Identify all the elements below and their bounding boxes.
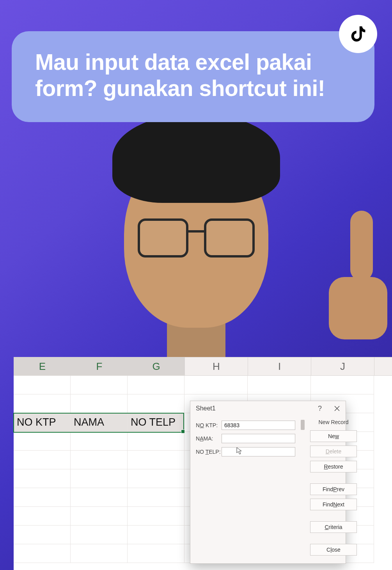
col-header-e[interactable]: E — [14, 357, 71, 375]
cell[interactable] — [128, 507, 184, 526]
caption-text: Mau input data excel pakai form? gunakan… — [35, 50, 325, 101]
cell[interactable] — [128, 469, 184, 488]
dialog-help-button[interactable]: ? — [311, 401, 328, 416]
cell[interactable] — [71, 488, 128, 507]
cell[interactable] — [128, 432, 184, 451]
cell[interactable] — [71, 432, 128, 451]
restore-button[interactable]: Restore — [310, 461, 357, 472]
cell[interactable] — [14, 432, 71, 451]
cell[interactable] — [311, 376, 374, 394]
cell[interactable] — [184, 376, 248, 394]
close-icon[interactable] — [328, 401, 346, 416]
cell[interactable] — [71, 526, 128, 544]
cell[interactable] — [14, 544, 71, 563]
cell[interactable] — [128, 526, 184, 544]
field-label-nama: NAMA: — [196, 435, 222, 442]
cell[interactable] — [14, 526, 71, 544]
field-input-notelp[interactable] — [222, 447, 295, 456]
cell[interactable] — [14, 507, 71, 526]
new-button[interactable]: New — [310, 430, 357, 442]
col-header-g[interactable]: G — [128, 357, 185, 375]
cell[interactable] — [128, 488, 184, 507]
cell[interactable] — [128, 394, 184, 413]
cell-no-telp[interactable]: NO TELP — [128, 413, 184, 432]
find-prev-button[interactable]: Find Prev — [310, 483, 357, 495]
spreadsheet-panel: E F G H I J NO KTP NAMA NO TELP — [14, 357, 392, 570]
cell-no-ktp[interactable]: NO KTP — [14, 413, 71, 432]
cell[interactable] — [14, 394, 71, 413]
cell[interactable] — [128, 451, 184, 469]
find-next-button[interactable]: Find Next — [310, 499, 357, 510]
cell[interactable] — [128, 544, 184, 563]
dialog-fields: NO KTP: NAMA: NO TELP: — [196, 419, 295, 556]
cell[interactable] — [71, 394, 128, 413]
tiktok-icon — [339, 15, 377, 53]
cell[interactable] — [248, 376, 311, 394]
col-header-f[interactable]: F — [71, 357, 128, 375]
data-form-dialog: Sheet1 ? NO KTP: NAMA: NO TELP: — [190, 401, 346, 564]
field-input-nama[interactable] — [222, 434, 295, 443]
grid: NO KTP NAMA NO TELP — [14, 376, 392, 563]
record-status: New Record — [310, 419, 357, 425]
cell[interactable] — [14, 469, 71, 488]
cell[interactable] — [71, 376, 128, 394]
criteria-button[interactable]: Criteria — [310, 521, 357, 533]
cell[interactable] — [14, 488, 71, 507]
cell[interactable] — [71, 507, 128, 526]
caption-bubble: Mau input data excel pakai form? gunakan… — [12, 31, 374, 122]
dialog-scrollbar[interactable] — [299, 419, 306, 556]
cell[interactable] — [14, 376, 71, 394]
col-header-j[interactable]: J — [311, 357, 374, 375]
field-label-notelp: NO TELP: — [196, 449, 222, 455]
field-label-noktp: NO KTP: — [196, 422, 222, 428]
delete-button: Delete — [310, 446, 357, 457]
cell[interactable] — [128, 376, 184, 394]
field-input-noktp[interactable] — [222, 421, 295, 430]
cell[interactable] — [71, 544, 128, 563]
cell[interactable] — [14, 451, 71, 469]
column-headers: E F G H I J — [14, 357, 392, 376]
cell[interactable] — [71, 451, 128, 469]
col-header-i[interactable]: I — [248, 357, 311, 375]
cell[interactable] — [71, 469, 128, 488]
col-header-h[interactable]: H — [185, 357, 248, 375]
cell-nama[interactable]: NAMA — [71, 413, 128, 432]
close-button[interactable]: Close — [310, 544, 357, 556]
